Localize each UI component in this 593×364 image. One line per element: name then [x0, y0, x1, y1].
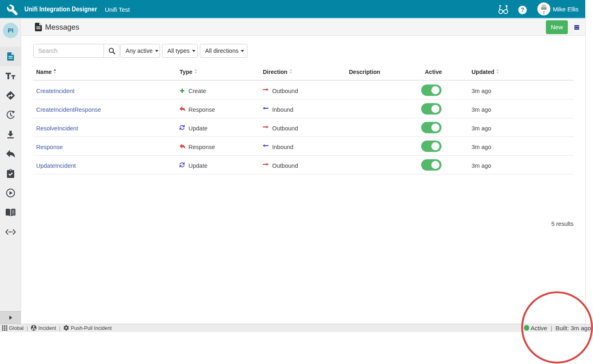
- svg-text:?: ?: [521, 6, 524, 13]
